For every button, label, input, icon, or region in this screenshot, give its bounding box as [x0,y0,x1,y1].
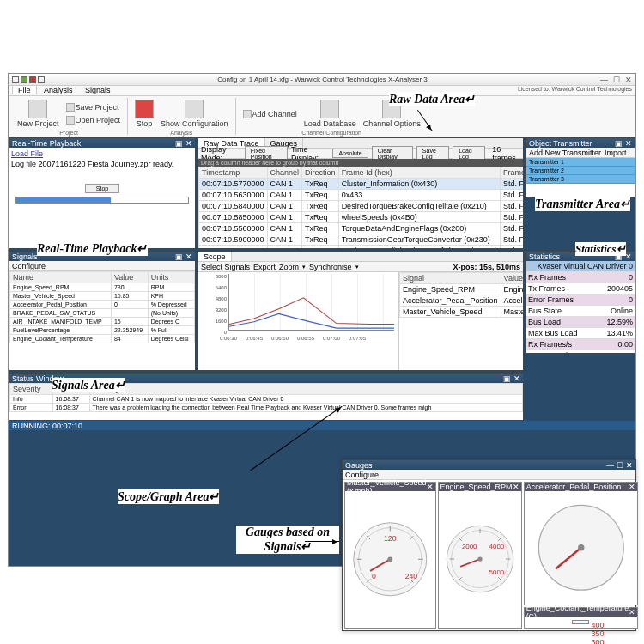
trace-row[interactable]: 00:07:10.5560000CAN 1TxReqTorqueDataAndE… [199,223,524,234]
load-file-link[interactable]: Load File [11,149,193,158]
save-project-button[interactable]: Save Project [64,101,123,113]
close-icon[interactable]: ✕ [625,139,632,148]
close-icon[interactable]: ✕ [629,483,635,491]
qa-stop-icon[interactable] [29,76,36,83]
zoom-button[interactable]: Zoom [279,263,299,271]
maximize-icon[interactable]: ☐ [613,76,620,84]
new-project-button[interactable]: New Project [15,98,61,130]
stats-row: Rx Frames/s0.00 [526,339,635,350]
col-header[interactable]: Timestamp [199,167,268,179]
time-display-select[interactable]: Absolute [332,149,368,158]
trace-row[interactable]: 00:07:10.5770000CAN 1TxReqCluster_Inform… [199,179,524,190]
panel-title: Signals [12,252,38,261]
minimize-icon[interactable]: — [600,76,608,84]
close-icon[interactable]: ✕ [513,483,519,491]
close-icon[interactable]: ✕ [185,139,192,148]
pin-icon[interactable]: ▣ [175,252,183,261]
svg-text:240: 240 [405,573,418,581]
configure-button[interactable]: Configure [345,471,379,479]
signal-row[interactable]: FuelLevelPercentage22.352949% Full [10,326,195,335]
close-icon[interactable]: ✕ [513,374,520,383]
pin-icon[interactable]: ▣ [615,252,623,261]
col-header[interactable]: Value [501,273,523,284]
ribbon-group-label: Project [15,130,122,136]
select-signals-button[interactable]: Select Signals [201,263,250,271]
close-icon[interactable]: ✕ [625,76,632,84]
panel-title: Real-Time Playback [12,139,81,148]
trace-row[interactable]: 00:07:10.5850000CAN 1TxReqwheelSpeeds (0… [199,212,524,223]
signal-row[interactable]: Engine_Coolant_Temperature84Degrees Cels… [10,335,195,343]
close-icon[interactable]: ✕ [625,252,632,261]
col-header[interactable]: Signal [400,273,501,284]
qa-icon[interactable] [12,76,19,83]
col-header[interactable]: Frame Type [500,167,523,179]
qa-icon[interactable] [38,76,45,83]
svg-text:4000: 4000 [489,543,504,550]
group-hint[interactable]: Drag a column header here to group by th… [198,159,523,167]
titlebar: Config on 1 April 14.xfg - Warwick Contr… [9,74,635,86]
scope-legend: SignalValueEngine_Speed_RPMEngine_Speed_… [399,272,523,318]
col-header[interactable]: Channel [267,167,302,179]
col-header[interactable]: Name [10,272,112,283]
transmitter-item[interactable]: Transmitter 1 [526,158,635,167]
status-row[interactable]: Error16:08:37There was a problem loading… [10,404,523,412]
col-header[interactable]: Value [111,272,148,283]
open-project-button[interactable]: Open Project [64,114,123,126]
signal-row[interactable]: AIR_INTAKE_MANIFOLD_TEMP15Degrees C [10,318,195,326]
col-header[interactable]: Direction [302,167,339,179]
close-icon[interactable]: ✕ [626,461,633,470]
tab-signals[interactable]: Signals [80,86,116,94]
stats-row: Bus Load12.59% [526,317,635,328]
scope-chart[interactable]: 8000640048003200160000:06:300:06:450:06:… [198,272,398,341]
trace-row[interactable]: 00:07:10.5920000CAN 1TxReqEngineRPMSelig… [199,246,524,249]
transmitter-item[interactable]: Transmitter 2 [526,167,635,175]
export-button[interactable]: Export [253,263,276,271]
legend-row[interactable]: Accelerator_Pedal_PositionAccelerator_Pe… [400,295,524,307]
col-header[interactable]: Severity [10,384,53,395]
transmitter-item[interactable]: Transmitter 3 [526,175,635,184]
sync-button[interactable]: Synchronise [309,263,352,271]
import-button[interactable]: Import [605,149,627,157]
status-bar: RUNNING: 00:07:10 [9,421,635,430]
qa-run-icon[interactable] [21,76,27,83]
trace-row[interactable]: 00:07:10.5900000CAN 1TxReqTransmissionGe… [199,234,524,246]
add-transmitter-button[interactable]: Add New Transmitter [529,149,601,157]
signal-row[interactable]: Engine_Speed_RPM780RPM [10,283,195,292]
load-database-button[interactable]: Load Database [302,98,358,130]
status-table: SeverityTimeMessageInfo16:08:37Channel C… [9,383,523,412]
col-header[interactable]: Frame Id (hex) [338,167,500,179]
panel-title: Statistics [529,252,560,261]
trace-row[interactable]: 00:07:10.5630000CAN 1TxReq0x433Std. Fram… [199,190,524,201]
channel-options-button[interactable]: Channel Options [361,98,422,130]
stats-row: Max Bus Load13.41% [526,328,635,339]
progress-bar[interactable] [15,197,188,204]
status-panel: Status Window▣✕ SeverityTimeMessageInfo1… [9,373,524,421]
close-icon[interactable]: ✕ [427,483,434,491]
tab-analysis[interactable]: Analysis [39,86,78,94]
signal-row[interactable]: BRAKE_PEDAL_SW_STATUS(No Units) [10,309,195,318]
playback-stop-button[interactable]: Stop [85,184,119,193]
legend-row[interactable]: Engine_Speed_RPMEngine_Speed_RPM (RPM) [400,284,524,295]
stop-button[interactable]: Stop [133,98,155,130]
signal-row[interactable]: Accelerator_Pedal_Position0% Depressed [10,301,195,309]
configure-button[interactable]: Configure [12,262,46,270]
col-header[interactable]: Units [148,272,194,283]
pin-icon[interactable]: ▣ [615,139,623,148]
legend-row[interactable]: Master_Vehicle_SpeedMaster_Vehicle_Speed… [400,307,524,318]
maximize-icon[interactable]: ☐ [617,461,623,470]
status-row[interactable]: Info16:08:37Channel CAN 1 is now mapped … [10,395,523,404]
signal-row[interactable]: Master_Vehicle_Speed16.85KPH [10,292,195,301]
add-channel-button[interactable]: Add Channel [241,108,299,120]
minimize-icon[interactable]: — [606,461,614,470]
tab-scope[interactable]: Scope [198,252,232,261]
col-header[interactable]: Time [52,384,89,395]
show-config-button[interactable]: Show Configuration [159,98,230,130]
trace-row[interactable]: 00:07:10.5840000CAN 1TxReqDesiredTorqueB… [199,201,524,212]
pin-icon[interactable]: ▣ [175,139,183,148]
close-icon[interactable]: ✕ [629,608,635,617]
gauges-window: Gauges—☐✕ Configure Master_Vehicle_Speed… [342,459,636,631]
close-icon[interactable]: ✕ [185,252,192,261]
tab-file[interactable]: File [12,85,37,94]
col-header[interactable]: Message [89,384,522,395]
pin-icon[interactable]: ▣ [503,374,511,383]
